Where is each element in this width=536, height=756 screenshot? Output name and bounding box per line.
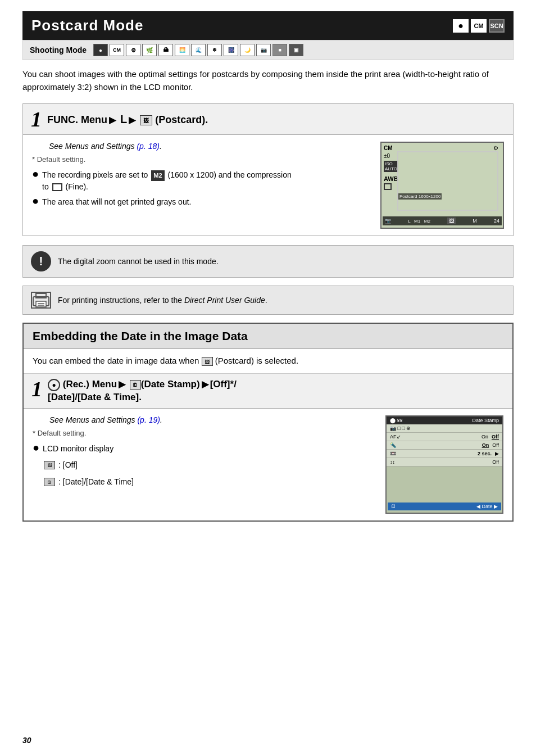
date-lcd-row2: AF↙ On Off <box>387 433 502 441</box>
lcd-shot-count: 24 <box>494 218 499 224</box>
sub-bullet-off: 🖼 : [Off] <box>44 458 376 472</box>
extra-off: Off <box>492 459 499 465</box>
date-lcd-row1: 📷 □ □ ⊕ <box>387 424 502 433</box>
embedding-intro: You can embed the date in image data whe… <box>24 349 512 374</box>
date-lcd-bottom-value: ◀ Date ▶ <box>476 504 498 509</box>
bullet-dot-2: ● <box>32 195 39 206</box>
step1-instruction: FUNC. Menu▶ L▶ 🖼 (Postcard). <box>47 113 208 126</box>
embedding-bullet-dot: ● <box>33 442 39 453</box>
flash-off: Off <box>492 442 499 448</box>
sm-icon-p2: 🌿 <box>142 44 157 56</box>
lcd-overlay: CM ⚙ ±0 ISOAUTO AWB Postcard 1600x1200 📷… <box>381 143 503 228</box>
cm-mode-icon: CM <box>471 19 487 33</box>
date-lcd-bottom-icon: 🗓 <box>391 504 396 509</box>
sub-bullet-date-text: : [Date]/[Date & Time] <box>58 475 134 489</box>
step1-default: * Default setting. <box>32 155 371 164</box>
sm-icon-p9: 📷 <box>256 44 271 56</box>
embedding-step1-content: See Menus and Settings (p. 19). * Defaul… <box>24 409 512 520</box>
lcd-postcard-icon-bottom: 🖼 <box>447 218 456 224</box>
page-number: 30 <box>22 736 31 745</box>
lcd-size-labels: L M1 M2 <box>408 219 430 224</box>
timer-value: 2 sec. <box>478 451 492 456</box>
svg-rect-2 <box>36 301 46 307</box>
step1-bullet1: ● The recording pixels are set to M2 (16… <box>32 169 371 193</box>
embedding-see-also-link[interactable]: (p. 19) <box>137 415 160 424</box>
sm-icon-p4: 🌅 <box>175 44 189 56</box>
step1-text: See Menus and Settings (p. 18). * Defaul… <box>32 142 371 229</box>
embedding-title: Embedding the Date in the Image Data <box>33 329 248 342</box>
lcd-box-icon <box>384 183 392 190</box>
page-title: Postcard Mode <box>31 17 143 34</box>
sm-icon-p8: 🌙 <box>240 44 255 56</box>
step1-header: 1 FUNC. Menu▶ L▶ 🖼 (Postcard). <box>23 104 513 135</box>
postcard-frame <box>397 151 498 211</box>
step1-bullet2-text: The area that will not get printed grays… <box>42 196 191 208</box>
postcard-inline-icon: 🖼 <box>202 357 213 366</box>
auto-mode-icon: ● <box>453 19 469 33</box>
rec-circle-icon: ● <box>48 379 60 391</box>
step1-number: 1 <box>31 108 42 130</box>
embedding-step1-header: 1 ● (Rec.) Menu▶ 🗓(Date Stamp)▶[Off]*/ [… <box>24 374 512 409</box>
sm-icon-cm: CM <box>110 44 124 56</box>
date-lcd-timer-label: 📼 <box>390 451 478 456</box>
step1-bullet2: ● The area that will not get printed gra… <box>32 196 371 208</box>
date-lcd-icons: 📷 □ □ ⊕ <box>390 425 411 431</box>
lcd-awb: AWB <box>384 175 398 182</box>
lcd-camera-icon: 📷 <box>385 218 391 224</box>
shooting-mode-bar: Shooting Mode ● CM ⚙ 🌿 🏔 🌅 🌊 ❄ 🎆 🌙 📷 ■ ▣ <box>22 40 514 60</box>
shooting-mode-label: Shooting Mode <box>30 46 87 55</box>
embedding-header: Embedding the Date in the Image Data <box>24 324 512 349</box>
sm-icon-p7: 🎆 <box>224 44 238 56</box>
af-off: Off <box>492 434 499 440</box>
embedding-intro-text2: (Postcard) is selected. <box>215 356 298 365</box>
direct-print-guide-italic: Direct Print User Guide <box>184 296 265 305</box>
lcd-exposure: ±0 <box>384 153 390 159</box>
print-icon <box>31 292 51 309</box>
lcd-bottom-bar: 📷 L M1 M2 🖼 M 24 <box>383 216 502 225</box>
step1-content: See Menus and Settings (p. 18). * Defaul… <box>23 135 513 236</box>
date-lcd-bottom: 🗓 ◀ Date ▶ <box>388 503 501 510</box>
date-lcd-header-left: ⬤ ¥¥ <box>390 418 403 423</box>
embedding-bullet-text: LCD monitor display <box>43 443 113 455</box>
date-lcd-af-values: On Off <box>482 434 499 440</box>
date-lcd-extra-label: ↕↕ <box>390 459 492 465</box>
embedding-intro-text1: You can embed the date in image data whe… <box>33 356 199 365</box>
sm-icon-p11: ▣ <box>289 44 303 56</box>
postcard-icon-off: 🖼 <box>44 461 55 469</box>
date-stamp-icon: 🗓 <box>130 380 141 390</box>
postcard-mode-header: Postcard Mode ● CM SCN <box>22 11 514 40</box>
step1-see-also-link[interactable]: (p. 18) <box>137 142 159 151</box>
sm-icon-p6: ❄ <box>207 44 222 56</box>
postcard-intro: You can shoot images with the optimal se… <box>22 68 514 93</box>
date-lcd-extra-values: Off <box>492 459 499 465</box>
exclamation-icon: ! <box>31 251 51 271</box>
page: Postcard Mode ● CM SCN Shooting Mode ● C… <box>0 0 536 756</box>
sm-icon-p10: ■ <box>272 44 287 56</box>
note-zoom-text: The digital zoom cannot be used in this … <box>58 257 219 266</box>
lcd-preview-postcard: CM ⚙ ±0 ISOAUTO AWB Postcard 1600x1200 📷… <box>380 142 504 229</box>
embedding-sub-bullets: 🖼 : [Off] 🗓 : [Date]/[Date & Time] <box>44 458 376 488</box>
step1-bullet1-text: The recording pixels are set to M2 (1600… <box>42 169 292 193</box>
mode-icons-header: ● CM SCN <box>453 19 505 33</box>
lcd-gear-icon: ⚙ <box>493 145 498 151</box>
date-lcd-header-right: Date Stamp <box>472 418 499 423</box>
lcd-postcard-label: Postcard 1600x1200 <box>398 193 442 200</box>
date-stamp-icon-off: 🗓 <box>44 478 55 486</box>
date-lcd-header: ⬤ ¥¥ Date Stamp <box>387 417 502 424</box>
date-lcd-af-label: AF↙ <box>390 434 482 440</box>
date-lcd-timer-values: 2 sec. ▶ <box>478 451 499 456</box>
step1-see-also: See Menus and Settings (p. 18). <box>32 142 371 151</box>
date-stamp-lcd: ⬤ ¥¥ Date Stamp 📷 □ □ ⊕ AF↙ On Off <box>385 415 503 514</box>
sub-bullet-date: 🗓 : [Date]/[Date & Time] <box>44 475 376 489</box>
embedding-see-also: See Menus and Settings (p. 19). <box>33 415 376 424</box>
embedding-step1-instruction: ● (Rec.) Menu▶ 🗓(Date Stamp)▶[Off]*/ [Da… <box>48 378 237 404</box>
bullet-dot-1: ● <box>32 168 39 179</box>
sm-icon-p1: ⚙ <box>126 44 140 56</box>
m2-icon: M2 <box>151 170 164 181</box>
shooting-mode-icons: ● CM ⚙ 🌿 🏔 🌅 🌊 ❄ 🎆 🌙 📷 ■ ▣ <box>93 44 303 56</box>
flash-on: On <box>482 442 489 448</box>
step1-section: 1 FUNC. Menu▶ L▶ 🖼 (Postcard). See Menus… <box>22 103 514 236</box>
note-print-instructions: For printing instructions, refer to the … <box>22 286 514 315</box>
date-lcd-row5: ↕↕ Off <box>387 458 502 467</box>
embedding-section: Embedding the Date in the Image Data You… <box>22 323 514 522</box>
